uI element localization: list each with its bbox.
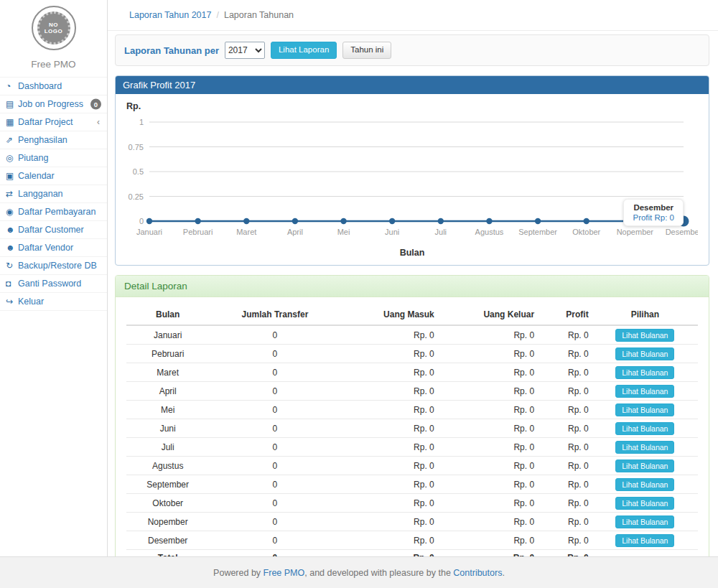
- cell-profit: Rp. 0: [538, 419, 592, 438]
- cell-jumlah-transfer: 0: [209, 531, 340, 550]
- cell-uang-masuk: Rp. 0: [340, 531, 437, 550]
- svg-text:Nopember: Nopember: [617, 228, 654, 236]
- table-icon: ▦: [6, 117, 18, 127]
- breadcrumb-link-laporan-tahun[interactable]: Laporan Tahun 2017: [129, 10, 211, 20]
- sidebar-item-daftar-project[interactable]: ▦Daftar Project‹: [0, 113, 107, 131]
- column-header-pilihan: Pilihan: [592, 304, 698, 325]
- cell-profit: Rp. 0: [538, 438, 592, 457]
- dashboard-icon: ◔: [6, 81, 18, 91]
- main-content: Laporan Tahun 2017 / Laporan Tahunan Lap…: [108, 0, 718, 556]
- year-filter-form: Laporan Tahunan per 2017 Lihat Laporan T…: [115, 34, 709, 66]
- table-row-januari: Januari0Rp. 0Rp. 0Rp. 0Lihat Bulanan: [126, 325, 698, 345]
- cell-bulan: Juni: [126, 419, 209, 438]
- lihat-bulanan-button-mei[interactable]: Lihat Bulanan: [615, 403, 674, 416]
- svg-text:Juli: Juli: [435, 228, 447, 236]
- tahun-ini-button[interactable]: Tahun ini: [342, 42, 391, 59]
- sidebar-item-dashboard[interactable]: ◔Dashboard: [0, 77, 107, 95]
- detail-laporan-panel: Detail Laporan BulanJumlah TransferUang …: [115, 275, 709, 574]
- cell-profit: Rp. 0: [538, 401, 592, 419]
- cell-bulan: Oktober: [126, 494, 209, 513]
- cell-jumlah-transfer: 0: [209, 494, 340, 513]
- cell-profit: Rp. 0: [538, 325, 592, 345]
- lihat-bulanan-button-oktober[interactable]: Lihat Bulanan: [615, 497, 674, 510]
- sidebar-item-label: Job on Progress: [18, 99, 83, 109]
- no-logo-seal-icon: NO LOGO: [32, 6, 76, 50]
- cell-jumlah-transfer: 0: [209, 457, 340, 475]
- sidebar-item-label: Piutang: [18, 153, 48, 163]
- sidebar-menu: ◔Dashboard▤Job on Progress0▦Daftar Proje…: [0, 77, 107, 311]
- sidebar-item-piutang[interactable]: ◎Piutang: [0, 149, 107, 167]
- sidebar-item-daftar-pembayaran[interactable]: ◉Daftar Pembayaran: [0, 202, 107, 220]
- lihat-bulanan-button-juli[interactable]: Lihat Bulanan: [615, 441, 674, 454]
- sidebar-item-keluar[interactable]: ↪Keluar: [0, 292, 107, 311]
- lihat-laporan-button[interactable]: Lihat Laporan: [271, 42, 337, 59]
- cell-uang-keluar: Rp. 0: [438, 494, 538, 513]
- svg-text:0.25: 0.25: [129, 192, 144, 201]
- year-select[interactable]: 2017: [225, 42, 265, 59]
- profit-chart-panel: Grafik Profit 2017 Rp. 10.750.50.250Janu…: [115, 75, 709, 266]
- lihat-bulanan-button-september[interactable]: Lihat Bulanan: [615, 478, 674, 491]
- lock-icon: ◘: [6, 279, 18, 289]
- cell-uang-keluar: Rp. 0: [438, 531, 538, 550]
- chart-panel-title: Grafik Profit 2017: [116, 76, 709, 94]
- cell-uang-masuk: Rp. 0: [340, 345, 437, 363]
- table-row-desember: Desember0Rp. 0Rp. 0Rp. 0Lihat Bulanan: [126, 531, 698, 550]
- lihat-bulanan-button-agustus[interactable]: Lihat Bulanan: [615, 459, 674, 472]
- sidebar-item-calendar[interactable]: ▣Calendar: [0, 167, 107, 185]
- svg-text:Mei: Mei: [337, 228, 350, 236]
- column-header-uang-keluar: Uang Keluar: [438, 304, 538, 325]
- sidebar-item-label: Daftar Vendor: [18, 243, 73, 253]
- lihat-bulanan-button-nopember[interactable]: Lihat Bulanan: [615, 515, 674, 528]
- contributors-link[interactable]: Contributors: [453, 568, 502, 578]
- column-header-uang-masuk: Uang Masuk: [340, 304, 437, 325]
- svg-text:0.5: 0.5: [133, 167, 144, 176]
- footer-text-prefix: Powered by: [213, 568, 263, 578]
- sidebar-item-job-on-progress[interactable]: ▤Job on Progress0: [0, 95, 107, 113]
- report-table-body: Januari0Rp. 0Rp. 0Rp. 0Lihat BulananPebr…: [126, 325, 698, 550]
- table-row-september: September0Rp. 0Rp. 0Rp. 0Lihat Bulanan: [126, 475, 698, 494]
- cell-jumlah-transfer: 0: [209, 438, 340, 457]
- free-pmo-link[interactable]: Free PMO: [264, 568, 305, 578]
- lihat-bulanan-button-april[interactable]: Lihat Bulanan: [615, 385, 674, 398]
- cell-jumlah-transfer: 0: [209, 419, 340, 438]
- cell-bulan: Juli: [126, 438, 209, 457]
- svg-text:Januari: Januari: [136, 228, 162, 236]
- cell-profit: Rp. 0: [538, 363, 592, 382]
- sidebar-item-backup-restore-db[interactable]: ↻Backup/Restore DB: [0, 256, 107, 274]
- cell-jumlah-transfer: 0: [209, 325, 340, 345]
- cell-uang-keluar: Rp. 0: [438, 513, 538, 531]
- table-row-pebruari: Pebruari0Rp. 0Rp. 0Rp. 0Lihat Bulanan: [126, 345, 698, 363]
- cell-uang-masuk: Rp. 0: [340, 401, 437, 419]
- cell-profit: Rp. 0: [538, 345, 592, 363]
- cell-uang-masuk: Rp. 0: [340, 325, 437, 345]
- table-row-maret: Maret0Rp. 0Rp. 0Rp. 0Lihat Bulanan: [126, 363, 698, 382]
- footer-text-middle: , and developed with pleasure by the: [304, 568, 453, 578]
- sidebar-item-ganti-password[interactable]: ◘Ganti Password: [0, 274, 107, 292]
- sidebar-item-langganan[interactable]: ⇄Langganan: [0, 185, 107, 202]
- svg-text:0: 0: [139, 217, 144, 225]
- cell-jumlah-transfer: 0: [209, 513, 340, 531]
- lihat-bulanan-button-juni[interactable]: Lihat Bulanan: [615, 422, 674, 435]
- sidebar-item-label: Dashboard: [18, 81, 62, 91]
- lihat-bulanan-button-pebruari[interactable]: Lihat Bulanan: [615, 347, 674, 360]
- cell-uang-keluar: Rp. 0: [438, 345, 538, 363]
- sidebar-item-daftar-customer[interactable]: ☻Daftar Customer: [0, 220, 107, 238]
- logo-text-line1: NO: [49, 22, 58, 28]
- users-icon: ☻: [6, 243, 18, 253]
- profit-line-chart[interactable]: 10.750.50.250JanuariPebruariMaretAprilMe…: [126, 113, 698, 245]
- cell-bulan: April: [126, 382, 209, 401]
- cell-profit: Rp. 0: [538, 382, 592, 401]
- lihat-bulanan-button-maret[interactable]: Lihat Bulanan: [615, 366, 674, 379]
- cell-jumlah-transfer: 0: [209, 401, 340, 419]
- cell-bulan: Pebruari: [126, 345, 209, 363]
- refresh-icon: ↻: [6, 261, 18, 271]
- sidebar-item-penghasilan[interactable]: ⇗Penghasilan: [0, 131, 107, 149]
- lihat-bulanan-button-desember[interactable]: Lihat Bulanan: [615, 534, 674, 547]
- sidebar-item-daftar-vendor[interactable]: ☻Daftar Vendor: [0, 238, 107, 256]
- cell-uang-keluar: Rp. 0: [438, 419, 538, 438]
- table-header-row: BulanJumlah TransferUang MasukUang Kelua…: [126, 304, 698, 325]
- app-logo: NO LOGO: [0, 0, 107, 55]
- cell-bulan: Mei: [126, 401, 209, 419]
- cell-uang-masuk: Rp. 0: [340, 457, 437, 475]
- lihat-bulanan-button-januari[interactable]: Lihat Bulanan: [615, 329, 674, 342]
